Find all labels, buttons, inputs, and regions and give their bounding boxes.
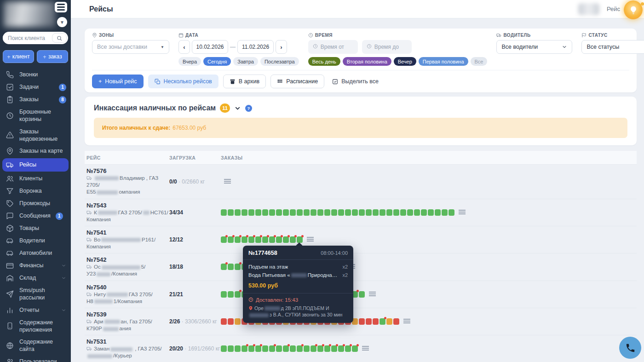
order-square[interactable] xyxy=(297,209,303,216)
archive-button[interactable]: В архив xyxy=(223,75,266,88)
search-icon[interactable] xyxy=(52,33,67,43)
date-prev-button[interactable]: ‹ xyxy=(178,40,190,54)
order-square[interactable] xyxy=(310,209,316,216)
order-square[interactable] xyxy=(380,209,385,216)
company-switcher-chevron-icon[interactable]: ▼ xyxy=(57,17,67,27)
order-square[interactable] xyxy=(359,291,365,298)
sidebar-item-orders[interactable]: Заказы8 xyxy=(0,93,71,106)
order-square[interactable] xyxy=(386,318,392,325)
order-square[interactable] xyxy=(366,318,372,325)
time-from-input[interactable]: Время от xyxy=(308,40,358,54)
time-pill[interactable]: Весь день xyxy=(308,57,340,66)
order-square[interactable] xyxy=(297,236,303,243)
trip-row[interactable]: №7543КГАЗ 2705/НС761/Компания34/34 xyxy=(85,199,637,226)
menu-toggle-button[interactable] xyxy=(55,2,67,12)
order-square[interactable] xyxy=(380,318,385,325)
order-square[interactable] xyxy=(428,209,434,216)
trip-row[interactable]: №7541ВоР161/Компания12/12 xyxy=(85,226,637,253)
order-square[interactable] xyxy=(221,318,227,325)
date-from-input[interactable]: 10.02.2026 xyxy=(192,40,228,54)
list-view-icon[interactable] xyxy=(362,346,369,351)
sidebar-item-stock[interactable]: Склад xyxy=(0,272,71,284)
order-square[interactable] xyxy=(276,209,282,216)
date-to-input[interactable]: 11.02.2026 xyxy=(237,40,274,54)
order-square[interactable] xyxy=(262,345,268,352)
order-square[interactable] xyxy=(269,345,275,352)
order-square[interactable] xyxy=(269,236,275,243)
list-view-icon[interactable] xyxy=(224,179,231,184)
order-square[interactable] xyxy=(386,209,392,216)
time-to-input[interactable]: Время до xyxy=(362,40,412,54)
sidebar-item-clients[interactable]: Клиенты xyxy=(0,172,71,185)
sidebar-item-undelivered[interactable]: Заказы недовезенные xyxy=(0,126,71,145)
order-square[interactable] xyxy=(283,345,289,352)
order-square[interactable] xyxy=(338,209,344,216)
order-square[interactable] xyxy=(448,209,454,216)
time-pill[interactable]: Первая половина xyxy=(419,57,468,66)
order-square[interactable] xyxy=(228,236,234,243)
order-square[interactable] xyxy=(359,318,365,325)
order-square[interactable] xyxy=(228,209,234,216)
order-square[interactable] xyxy=(310,345,316,352)
order-square[interactable] xyxy=(352,209,358,216)
expand-chevron-icon[interactable] xyxy=(234,105,241,112)
order-square[interactable] xyxy=(297,345,303,352)
sidebar-item-products[interactable]: Товары xyxy=(0,222,71,235)
date-pill[interactable]: Завтра xyxy=(233,57,258,66)
user-avatar[interactable] xyxy=(578,3,599,15)
order-square[interactable] xyxy=(221,236,227,243)
client-search-input[interactable] xyxy=(3,35,52,41)
order-square[interactable] xyxy=(221,291,227,298)
order-square[interactable] xyxy=(248,209,254,216)
order-square[interactable] xyxy=(255,209,261,216)
date-pill[interactable]: Сегодня xyxy=(203,57,231,66)
order-square[interactable] xyxy=(262,209,268,216)
order-square[interactable] xyxy=(331,209,337,216)
list-view-icon[interactable] xyxy=(459,210,466,215)
sidebar-item-tasks[interactable]: Задачи1 xyxy=(0,81,71,93)
order-square[interactable] xyxy=(400,209,406,216)
zones-select[interactable]: Все зоны доставки▼ xyxy=(92,40,169,54)
order-square[interactable] xyxy=(393,209,399,216)
order-square[interactable] xyxy=(255,345,261,352)
order-square[interactable] xyxy=(345,209,351,216)
order-square[interactable] xyxy=(283,209,289,216)
status-select[interactable]: Все статусы xyxy=(581,40,644,54)
order-square[interactable] xyxy=(290,209,296,216)
sidebar-item-messages[interactable]: Сообщения1 xyxy=(0,210,71,222)
order-square[interactable] xyxy=(269,209,275,216)
list-view-icon[interactable] xyxy=(369,292,376,297)
trip-row[interactable]: №7542Ос5/У23/Компания18/18 xyxy=(85,253,637,281)
trip-row[interactable]: №7539Ариан, Газ 2705/К790Рания2/26 · 330… xyxy=(85,308,637,335)
order-square[interactable] xyxy=(414,209,420,216)
phone-call-fab[interactable] xyxy=(619,337,641,359)
trip-row[interactable]: №7576Владимир , ГАЗ 2705/Е55омпания0/0 ·… xyxy=(85,165,637,199)
order-square[interactable] xyxy=(235,291,241,298)
order-square[interactable] xyxy=(324,345,330,352)
order-square[interactable] xyxy=(359,209,365,216)
order-square[interactable] xyxy=(283,236,289,243)
sidebar-item-abandoned-carts[interactable]: Брошенные корзины xyxy=(0,106,71,126)
order-square[interactable] xyxy=(331,345,337,352)
sidebar-item-funnel[interactable]: Воронка xyxy=(0,185,71,197)
order-square[interactable] xyxy=(242,345,247,352)
order-square[interactable] xyxy=(345,345,351,352)
schedule-button[interactable]: Расписание xyxy=(270,75,324,88)
order-square[interactable] xyxy=(228,318,234,325)
order-square[interactable] xyxy=(221,264,227,270)
order-square[interactable] xyxy=(317,345,323,352)
order-square[interactable] xyxy=(290,236,296,243)
order-square[interactable] xyxy=(352,345,358,352)
date-next-button[interactable]: › xyxy=(276,40,287,54)
trip-row[interactable]: №7531Заман , ГАЗ 2705//Курьер20/20 · 169… xyxy=(85,335,637,362)
help-icon[interactable]: ? xyxy=(245,105,252,112)
sidebar-item-sms[interactable]: Sms/push рассылки xyxy=(0,284,71,304)
order-square[interactable] xyxy=(235,236,241,243)
trip-row[interactable]: №7540НитуГАЗ 2705/Н81/Компания21/21 xyxy=(85,281,637,308)
order-square[interactable] xyxy=(276,236,282,243)
sidebar-item-cars[interactable]: Автомобили xyxy=(0,247,71,259)
order-square[interactable] xyxy=(338,345,344,352)
add-client-button[interactable]: +клиент xyxy=(3,50,34,63)
time-pill[interactable]: Вечер xyxy=(394,57,416,66)
order-square[interactable] xyxy=(304,345,310,352)
